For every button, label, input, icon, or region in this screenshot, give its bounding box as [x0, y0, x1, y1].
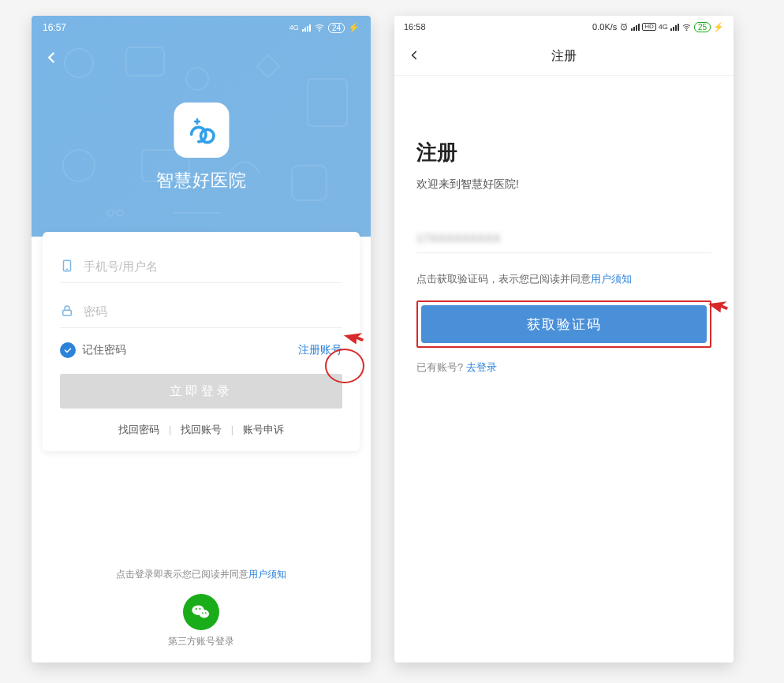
consent-text: 点击登录即表示您已阅读并同意用户须知 [32, 568, 371, 581]
login-card: 记住密码 注册账号 立即登录 找回密码 | 找回账号 | 账号申诉 [43, 232, 360, 451]
account-appeal-link[interactable]: 账号申诉 [243, 424, 284, 435]
svg-rect-13 [63, 310, 72, 315]
network-label: 4G [659, 23, 668, 31]
remember-row: 记住密码 注册账号 [60, 342, 342, 358]
remember-label: 记住密码 [82, 343, 126, 357]
svg-point-9 [319, 31, 319, 32]
signal-icon [631, 23, 640, 31]
wifi-icon [314, 23, 325, 32]
network-label: 4G [289, 24, 299, 32]
password-field [60, 296, 342, 328]
login-header: 16:57 4G 24 ⚡ 智慧好医院 [32, 16, 371, 237]
already-account-row: 已有账号? 去登录 [416, 360, 711, 375]
svg-point-8 [117, 210, 123, 216]
recovery-links: 找回密码 | 找回账号 | 账号申诉 [60, 423, 342, 437]
page-subtitle: 欢迎来到智慧好医院! [416, 177, 711, 192]
annotation-arrow-icon [340, 321, 371, 355]
find-account-link[interactable]: 找回账号 [181, 424, 222, 435]
svg-rect-6 [292, 166, 327, 200]
svg-point-16 [196, 608, 197, 610]
terms-link[interactable]: 用户须知 [248, 569, 286, 580]
charging-icon: ⚡ [713, 22, 724, 32]
password-input[interactable] [84, 304, 342, 318]
back-button[interactable] [407, 48, 421, 65]
check-icon [60, 342, 76, 358]
login-screen: 16:57 4G 24 ⚡ 智慧好医院 [32, 16, 371, 662]
username-input[interactable] [84, 259, 342, 273]
go-login-link[interactable]: 去登录 [466, 361, 497, 373]
svg-point-21 [686, 29, 687, 30]
svg-point-10 [200, 129, 213, 142]
svg-point-18 [202, 612, 203, 614]
svg-point-15 [200, 610, 209, 618]
status-right: 4G 24 ⚡ [289, 22, 360, 33]
status-bar: 16:58 0.0K/s HD 4G 25 ⚡ [394, 16, 734, 38]
status-time: 16:58 [404, 22, 426, 32]
hd-badge: HD [642, 23, 656, 32]
signal-icon-2 [670, 23, 679, 31]
remember-checkbox[interactable]: 记住密码 [60, 342, 126, 358]
battery-indicator: 25 [694, 22, 711, 32]
app-logo-icon [174, 103, 229, 158]
alarm-icon [619, 22, 629, 32]
divider [416, 252, 711, 253]
nav-title: 注册 [551, 48, 577, 65]
username-field [60, 251, 342, 283]
svg-point-0 [65, 49, 93, 77]
wifi-icon [681, 23, 692, 32]
register-body: 注册 欢迎来到智慧好医院! 17XXXXXXXXX 点击获取验证码，表示您已阅读… [394, 76, 734, 375]
svg-point-4 [63, 150, 95, 181]
consent-text: 点击获取验证码，表示您已阅读并同意用户须知 [416, 272, 711, 286]
register-screen: 16:58 0.0K/s HD 4G 25 ⚡ 注册 注册 欢迎来到智慧好医院!… [394, 16, 734, 662]
status-time: 16:57 [43, 22, 66, 33]
get-code-button[interactable]: 获取验证码 [421, 305, 707, 343]
app-title: 智慧好医院 [156, 169, 247, 192]
third-party-label: 第三方账号登录 [32, 635, 371, 648]
register-link[interactable]: 注册账号 [298, 343, 342, 357]
page-heading: 注册 [416, 139, 711, 166]
net-speed: 0.0K/s [592, 22, 617, 32]
wechat-icon [190, 601, 212, 623]
svg-point-19 [205, 612, 207, 614]
nav-bar: 注册 [394, 38, 734, 76]
lock-icon [60, 304, 74, 318]
back-button[interactable] [43, 49, 60, 69]
charging-icon: ⚡ [348, 22, 360, 33]
app-logo-block: 智慧好医院 [156, 103, 247, 192]
svg-rect-1 [126, 47, 164, 76]
find-password-link[interactable]: 找回密码 [118, 424, 159, 435]
login-footer: 点击登录即表示您已阅读并同意用户须知 第三方账号登录 [32, 568, 371, 662]
phone-icon [60, 259, 74, 273]
login-button[interactable]: 立即登录 [60, 374, 342, 409]
wechat-login-button[interactable] [183, 594, 219, 630]
battery-indicator: 24 [328, 23, 345, 33]
svg-rect-3 [308, 79, 347, 126]
svg-point-17 [199, 608, 200, 610]
terms-link[interactable]: 用户须知 [591, 273, 632, 285]
svg-point-7 [107, 210, 114, 216]
annotation-highlight-box: 获取验证码 [416, 300, 711, 348]
phone-input[interactable]: 17XXXXXXXXX [416, 231, 711, 252]
signal-icon [302, 24, 311, 32]
status-right: 0.0K/s HD 4G 25 ⚡ [592, 22, 724, 32]
status-bar: 16:57 4G 24 ⚡ [32, 16, 371, 39]
svg-point-2 [186, 68, 208, 90]
